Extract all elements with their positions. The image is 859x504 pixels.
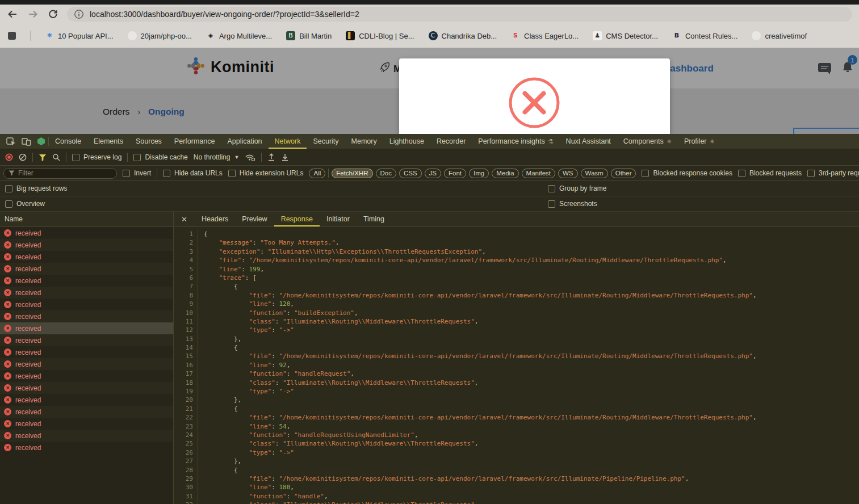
request-row[interactable]: ✕received xyxy=(0,310,173,322)
filter-icon[interactable] xyxy=(39,154,47,161)
filter-pill-other[interactable]: Other xyxy=(611,169,636,178)
device-toolbar-icon[interactable] xyxy=(19,137,34,146)
preserve-log-option[interactable]: Preserve log xyxy=(72,153,121,161)
third-party-checkbox[interactable] xyxy=(807,170,815,177)
response-code[interactable]: 1{2 "message": "Too Many Attempts.",3 "e… xyxy=(174,227,859,504)
bookmark-item[interactable]: ◈Argo Multileve... xyxy=(206,31,272,40)
request-row[interactable]: ✕received xyxy=(0,334,173,346)
side-panel-icon[interactable] xyxy=(8,32,16,40)
filter-input[interactable]: Filter xyxy=(3,168,117,179)
detail-tab-initiator[interactable]: Initiator xyxy=(320,212,357,226)
filter-pill-media[interactable]: Media xyxy=(492,169,518,178)
bookmark-item[interactable]: SClass EagerLo... xyxy=(511,31,579,40)
bookmark-item[interactable]: ♟CMS Detector... xyxy=(593,31,658,40)
group-by-frame-checkbox[interactable] xyxy=(548,185,555,192)
search-icon[interactable] xyxy=(52,153,60,161)
devtools-tab-lighthouse[interactable]: Lighthouse xyxy=(383,135,430,149)
request-row[interactable]: ✕received xyxy=(0,239,173,251)
bookmark-item[interactable]: creativetimof xyxy=(752,31,807,40)
detail-tab-preview[interactable]: Preview xyxy=(235,212,274,226)
clear-button[interactable] xyxy=(19,153,27,161)
throttling-select[interactable]: No throttling ▼ xyxy=(194,153,240,161)
request-row[interactable]: ✕received xyxy=(0,322,173,334)
devtools-tab-performance-insights[interactable]: Performance insights⚗ xyxy=(472,135,559,149)
address-bar[interactable]: localhost:3000/dashboard/buyer/view-ongo… xyxy=(67,7,852,22)
request-row[interactable]: ✕received xyxy=(0,299,173,310)
back-button[interactable] xyxy=(7,9,18,19)
hide-data-urls-option[interactable]: Hide data URLs xyxy=(163,169,223,177)
disable-cache-checkbox[interactable] xyxy=(133,154,141,161)
request-row[interactable]: ✕received xyxy=(0,263,173,275)
preserve-log-checkbox[interactable] xyxy=(72,154,79,161)
record-button[interactable] xyxy=(5,153,13,161)
bookmark-item[interactable]: ▌CDLI-Blog | Se... xyxy=(346,31,414,40)
request-row[interactable]: ✕received xyxy=(0,275,173,287)
devtools-tab-security[interactable]: Security xyxy=(307,135,345,149)
filter-pill-js[interactable]: JS xyxy=(425,169,441,178)
request-row[interactable]: ✕received xyxy=(0,370,173,382)
request-row[interactable]: ✕received xyxy=(0,287,173,299)
request-row[interactable]: ✕received xyxy=(0,346,173,358)
bookmark-item[interactable]: 20jam/php-oo... xyxy=(128,31,192,40)
big-request-rows-checkbox[interactable] xyxy=(5,185,12,192)
bookmark-item[interactable]: BBill Martin xyxy=(286,31,332,40)
name-column-header[interactable]: Name xyxy=(0,212,173,227)
filter-pill-ws[interactable]: WS xyxy=(558,169,578,178)
overview-option[interactable]: Overview xyxy=(5,196,45,211)
devtools-tab-recorder[interactable]: Recorder xyxy=(430,135,472,149)
filter-pill-fetch-xhr[interactable]: Fetch/XHR xyxy=(332,169,372,178)
request-row[interactable]: ✕received xyxy=(0,406,173,418)
big-request-rows-option[interactable]: Big request rows xyxy=(5,181,67,196)
filter-pill-all[interactable]: All xyxy=(309,169,325,178)
bookmark-item[interactable]: ɃContest Rules... xyxy=(672,31,738,40)
request-row[interactable]: ✕received xyxy=(0,227,173,239)
third-party-option[interactable]: 3rd-party requests xyxy=(807,169,859,177)
invert-option[interactable]: Invert xyxy=(123,169,151,177)
devtools-tab-profiler[interactable]: Profiler✳ xyxy=(678,135,721,149)
filter-pill-css[interactable]: CSS xyxy=(399,169,422,178)
request-row[interactable]: ✕received xyxy=(0,251,173,263)
blocked-cookies-option[interactable]: Blocked response cookies xyxy=(642,169,732,177)
nuxt-devtools-icon[interactable] xyxy=(34,137,48,146)
devtools-tab-network[interactable]: Network xyxy=(269,135,307,149)
devtools-tab-memory[interactable]: Memory xyxy=(345,135,383,149)
devtools-tab-sources[interactable]: Sources xyxy=(129,135,168,149)
detail-tab-response[interactable]: Response xyxy=(274,212,320,226)
export-har-button[interactable] xyxy=(281,153,289,161)
devtools-tab-elements[interactable]: Elements xyxy=(87,135,129,149)
devtools-tab-nuxt-assistant[interactable]: Nuxt Assistant xyxy=(560,135,617,149)
close-icon[interactable]: ✕ xyxy=(174,215,195,224)
blocked-requests-checkbox[interactable] xyxy=(738,170,745,177)
filter-pill-img[interactable]: Img xyxy=(469,169,489,178)
devtools-tab-performance[interactable]: Performance xyxy=(168,135,221,149)
bookmark-item[interactable]: CChandrika Deb... xyxy=(429,31,497,40)
bookmark-item[interactable]: ✱10 Popular API... xyxy=(45,31,114,40)
inspect-element-icon[interactable] xyxy=(3,137,19,146)
invert-checkbox[interactable] xyxy=(123,170,130,177)
hide-extension-urls-checkbox[interactable] xyxy=(228,170,236,177)
devtools-tab-components[interactable]: Components✳ xyxy=(617,135,678,149)
request-row[interactable]: ✕received xyxy=(0,430,173,442)
request-row[interactable]: ✕received xyxy=(0,358,173,370)
request-row[interactable]: ✕received xyxy=(0,442,173,453)
reload-button[interactable] xyxy=(48,9,58,19)
filter-pill-manifest[interactable]: Manifest xyxy=(522,169,555,178)
url-text[interactable]: localhost:3000/dashboard/buyer/view-ongo… xyxy=(90,10,359,19)
site-info-icon[interactable] xyxy=(74,9,84,19)
hide-data-urls-checkbox[interactable] xyxy=(163,170,170,177)
request-row[interactable]: ✕received xyxy=(0,382,173,394)
disable-cache-option[interactable]: Disable cache xyxy=(133,153,187,161)
blocked-requests-option[interactable]: Blocked requests xyxy=(738,169,802,177)
overview-checkbox[interactable] xyxy=(5,200,12,208)
network-conditions-icon[interactable] xyxy=(245,153,255,161)
devtools-tab-application[interactable]: Application xyxy=(221,135,268,149)
hide-extension-urls-option[interactable]: Hide extension URLs xyxy=(228,169,304,177)
filter-pill-font[interactable]: Font xyxy=(444,169,466,178)
group-by-frame-option[interactable]: Group by frame xyxy=(548,181,606,196)
request-row[interactable]: ✕received xyxy=(0,418,173,430)
import-har-button[interactable] xyxy=(267,153,275,161)
screenshots-checkbox[interactable] xyxy=(548,200,555,208)
request-row[interactable]: ✕received xyxy=(0,394,173,406)
detail-tab-headers[interactable]: Headers xyxy=(195,212,235,226)
devtools-tab-console[interactable]: Console xyxy=(49,135,87,149)
